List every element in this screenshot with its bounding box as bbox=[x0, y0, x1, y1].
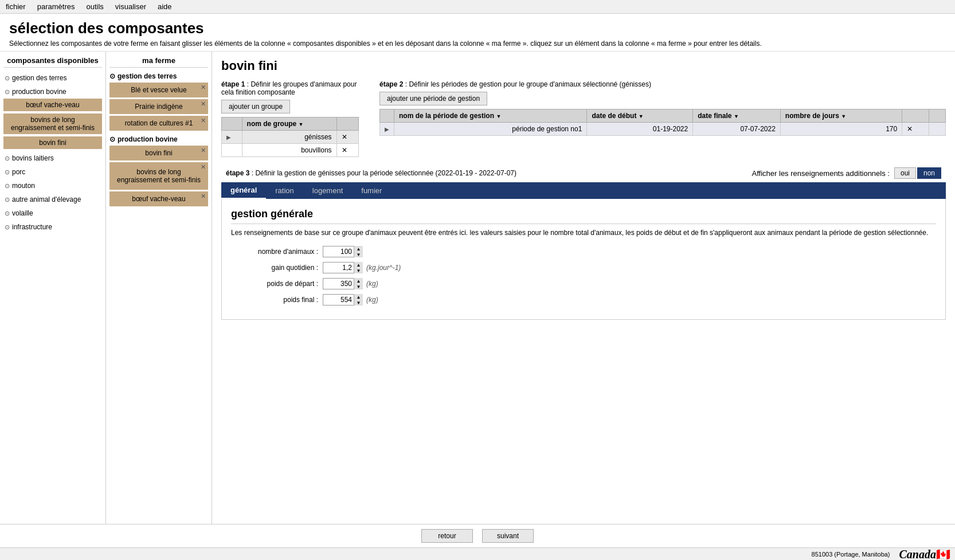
period-row[interactable]: ▶ période de gestion no1 01-19-2022 07-0… bbox=[380, 123, 946, 136]
sidebar-label-mouton: mouton bbox=[12, 182, 35, 190]
spin-down-nombre-animaux[interactable]: ▼ bbox=[354, 252, 363, 257]
ma-ferme-item-rotation[interactable]: rotation de cultures #1 ✕ bbox=[109, 116, 208, 131]
sidebar-item-boeuf-vache-veau[interactable]: bœuf vache-veau bbox=[3, 99, 102, 111]
sidebar-item-porc[interactable]: ⊙ porc bbox=[3, 166, 102, 178]
menu-fichier[interactable]: fichier bbox=[6, 2, 26, 11]
period-extra-cell bbox=[929, 123, 945, 136]
close-rotation-button[interactable]: ✕ bbox=[201, 117, 206, 124]
toggle-oui-non: oui non bbox=[894, 167, 941, 179]
ma-ferme-item-boeuf-vache[interactable]: bœuf vache-veau ✕ bbox=[109, 191, 208, 206]
tab-fumier[interactable]: fumier bbox=[352, 182, 391, 199]
ma-ferme-item-ble[interactable]: Blé et vesce velue ✕ bbox=[109, 83, 208, 97]
ma-ferme-rotation-label: rotation de cultures #1 bbox=[125, 119, 193, 127]
add-group-button[interactable]: ajouter un groupe bbox=[221, 100, 290, 113]
page-header: sélection des composantes Sélectionnez l… bbox=[0, 14, 955, 52]
spin-up-poids-final[interactable]: ▲ bbox=[354, 294, 363, 300]
step1-label: étape 1 : Définir les groupes d'animaux … bbox=[221, 80, 370, 96]
spin-down-poids-final[interactable]: ▼ bbox=[354, 300, 363, 306]
spin-wrapper-poids-depart: ▲ ▼ bbox=[323, 278, 363, 289]
retour-button[interactable]: retour bbox=[421, 529, 473, 543]
label-poids-depart: poids de départ : bbox=[231, 280, 323, 288]
period-header-debut: date de début ▼ bbox=[587, 109, 693, 123]
filter-icon-2: ▼ bbox=[496, 113, 501, 119]
ma-ferme-gestion-terres-header[interactable]: ⊙ gestion des terres bbox=[109, 72, 208, 80]
sidebar-group-bovins-laitiers: ⊙ bovins laitiers bbox=[3, 152, 102, 164]
ma-ferme-bovin-fini-label: bovin fini bbox=[145, 149, 172, 157]
spin-wrapper-poids-final: ▲ ▼ bbox=[323, 294, 363, 306]
close-bovin-fini-button[interactable]: ✕ bbox=[201, 147, 206, 154]
delete-bouvillons-button[interactable]: ✕ bbox=[342, 146, 347, 154]
sidebar-label-bovins-laitiers: bovins laitiers bbox=[12, 154, 54, 162]
canada-logo: Canada🇨🇦 bbox=[899, 547, 950, 561]
ma-ferme-production-bovine-header[interactable]: ⊙ production bovine bbox=[109, 135, 208, 143]
ma-ferme-item-prairie[interactable]: Prairie indigène ✕ bbox=[109, 99, 208, 114]
bottom-bar: retour suivant bbox=[0, 524, 955, 547]
group-table-header-expand bbox=[222, 118, 242, 131]
spin-up-poids-depart[interactable]: ▲ bbox=[354, 278, 363, 284]
spin-up-nombre-animaux[interactable]: ▲ bbox=[354, 246, 363, 252]
period-delete-cell[interactable]: ✕ bbox=[902, 123, 929, 136]
delete-genisses-cell[interactable]: ✕ bbox=[336, 131, 358, 144]
period-header-finale: date finale ▼ bbox=[693, 109, 781, 123]
sidebar-item-mouton[interactable]: ⊙ mouton bbox=[3, 180, 102, 191]
toggle-oui-button[interactable]: oui bbox=[894, 167, 916, 179]
filter-icon-4: ▼ bbox=[734, 113, 739, 119]
tab-ration[interactable]: ration bbox=[266, 182, 303, 199]
sidebar-item-infrastructure[interactable]: ⊙ infrastructure bbox=[3, 221, 102, 233]
sidebar-item-bovin-fini[interactable]: bovin fini bbox=[3, 136, 102, 149]
ma-ferme-item-bovins-long[interactable]: bovins de long engraissement et semi-fin… bbox=[109, 162, 208, 190]
suivant-button[interactable]: suivant bbox=[482, 529, 534, 543]
sidebar-group-infrastructure: ⊙ infrastructure bbox=[3, 221, 102, 233]
delete-genisses-button[interactable]: ✕ bbox=[342, 133, 347, 141]
tab-logement[interactable]: logement bbox=[303, 182, 352, 199]
delete-period-button[interactable]: ✕ bbox=[907, 125, 913, 133]
tab-general[interactable]: général bbox=[221, 182, 266, 199]
label-gain-quotidien: gain quotidien : bbox=[231, 264, 323, 272]
sidebar-item-volaille[interactable]: ⊙ volaille bbox=[3, 207, 102, 219]
menu-aide[interactable]: aide bbox=[158, 2, 172, 11]
group-bouvillons-cell: bouvillons bbox=[242, 144, 336, 157]
ma-ferme-boeuf-vache-label: bœuf vache-veau bbox=[132, 195, 185, 203]
ma-ferme-production-bovine: ⊙ production bovine bovin fini ✕ bovins … bbox=[109, 135, 208, 206]
step3-section: étape 3 : Définir la gestion de génisses… bbox=[221, 164, 946, 320]
sidebar-item-production-bovine[interactable]: ⊙ production bovine bbox=[3, 86, 102, 97]
sidebar-item-gestion-terres[interactable]: ⊙ gestion des terres bbox=[3, 72, 102, 84]
chevron-down-icon-2: ⊙ bbox=[5, 88, 10, 96]
sidebar-item-autre-animal[interactable]: ⊙ autre animal d'élevage bbox=[3, 194, 102, 205]
unit-poids-depart: (kg) bbox=[366, 280, 378, 288]
toggle-non-button[interactable]: non bbox=[917, 167, 941, 179]
chevron-down-icon: ⊙ bbox=[5, 75, 10, 82]
table-row[interactable]: ▶ génisses ✕ bbox=[222, 131, 359, 144]
ma-ferme-prairie-label: Prairie indigène bbox=[135, 103, 182, 111]
close-bovins-long-button[interactable]: ✕ bbox=[201, 163, 206, 171]
menu-outils[interactable]: outils bbox=[86, 2, 103, 11]
menu-visualiser[interactable]: visualiser bbox=[115, 2, 146, 11]
close-prairie-button[interactable]: ✕ bbox=[201, 100, 206, 108]
add-period-button[interactable]: ajouter une période de gestion bbox=[379, 92, 487, 105]
table-row[interactable]: bouvillons ✕ bbox=[222, 144, 359, 157]
tabs-bar: général ration logement fumier bbox=[221, 182, 946, 199]
spin-btns-gain-quotidien: ▲ ▼ bbox=[354, 262, 363, 273]
delete-bouvillons-cell[interactable]: ✕ bbox=[336, 144, 358, 157]
close-ble-button[interactable]: ✕ bbox=[201, 84, 206, 91]
sidebar-group-production-bovine: ⊙ production bovine bœuf vache-veau bovi… bbox=[3, 86, 102, 150]
steps-row: étape 1 : Définir les groupes d'animaux … bbox=[221, 80, 946, 157]
spin-down-gain-quotidien[interactable]: ▼ bbox=[354, 268, 363, 273]
chevron-up-icon-2: ⊙ bbox=[109, 135, 115, 143]
ma-ferme-item-bovin-fini[interactable]: bovin fini ✕ bbox=[109, 146, 208, 160]
chevron-icon-7: ⊙ bbox=[5, 210, 10, 217]
spin-btns-poids-depart: ▲ ▼ bbox=[354, 278, 363, 289]
spin-wrapper-gain-quotidien: ▲ ▼ bbox=[323, 262, 363, 273]
close-boeuf-vache-button[interactable]: ✕ bbox=[201, 193, 206, 200]
menu-parametres[interactable]: paramètres bbox=[37, 2, 75, 11]
spin-down-poids-depart[interactable]: ▼ bbox=[354, 284, 363, 289]
sidebar-item-bovins-laitiers[interactable]: ⊙ bovins laitiers bbox=[3, 152, 102, 164]
sidebar-label-infrastructure: infrastructure bbox=[12, 223, 52, 231]
group-table-header-nom: nom de groupe ▼ bbox=[242, 118, 336, 131]
ma-ferme-gestion-terres: ⊙ gestion des terres Blé et vesce velue … bbox=[109, 72, 208, 131]
tab-content-general: gestion générale Les renseignements de b… bbox=[221, 199, 946, 320]
composantes-disponibles-panel: composantes disponibles ⊙ gestion des te… bbox=[0, 52, 106, 549]
spin-up-gain-quotidien[interactable]: ▲ bbox=[354, 262, 363, 268]
period-header-action bbox=[902, 109, 929, 123]
sidebar-item-bovins-long[interactable]: bovins de long engraissement et semi-fin… bbox=[3, 113, 102, 134]
